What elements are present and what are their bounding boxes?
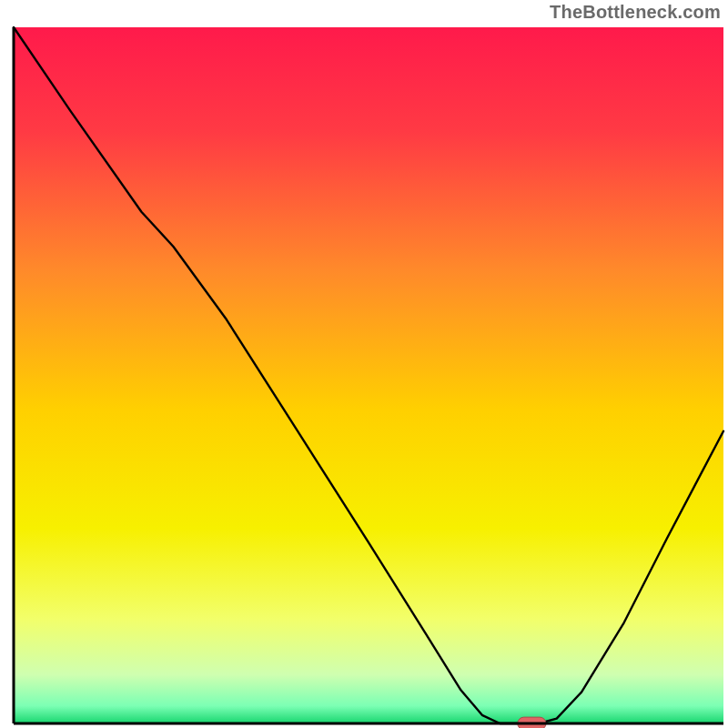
chart-container: TheBottleneck.com	[0, 0, 728, 728]
plot-gradient-area	[14, 27, 723, 723]
watermark-text: TheBottleneck.com	[550, 2, 721, 23]
bottleneck-chart	[0, 0, 728, 728]
